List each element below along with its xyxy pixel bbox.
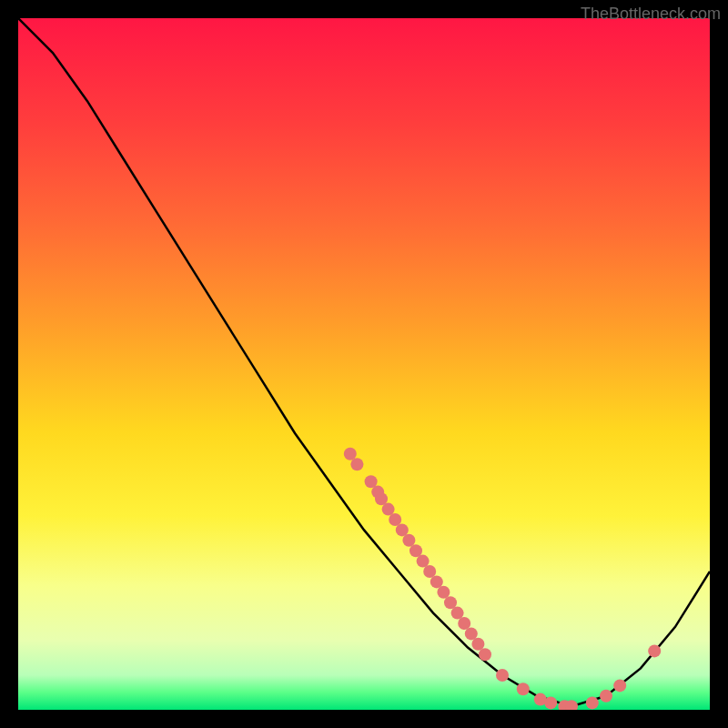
curve-layer [18, 18, 710, 710]
highlight-point [648, 644, 661, 657]
highlight-points-group [344, 448, 661, 710]
highlight-point [396, 523, 409, 536]
highlight-point [437, 586, 450, 599]
highlight-point [389, 513, 401, 526]
highlight-point [350, 458, 363, 470]
highlight-point [344, 448, 357, 460]
highlight-point [402, 534, 415, 547]
highlight-point [613, 679, 626, 692]
highlight-point [417, 555, 430, 568]
highlight-point [430, 575, 443, 588]
watermark-text: TheBottleneck.com [581, 5, 721, 24]
highlight-point [465, 627, 478, 640]
highlight-point [382, 503, 395, 516]
main-curve [18, 18, 710, 706]
chart-container [18, 18, 710, 710]
highlight-point [600, 690, 612, 703]
highlight-point [458, 617, 470, 630]
highlight-point [375, 492, 388, 505]
highlight-point [517, 682, 530, 695]
highlight-point [365, 475, 378, 488]
highlight-point [451, 607, 464, 620]
highlight-point [586, 696, 599, 709]
highlight-point [479, 648, 491, 661]
highlight-point [471, 638, 484, 651]
highlight-point [444, 596, 457, 609]
highlight-point [423, 565, 436, 578]
highlight-point [496, 669, 509, 682]
highlight-point [544, 696, 557, 709]
highlight-point [410, 544, 422, 557]
